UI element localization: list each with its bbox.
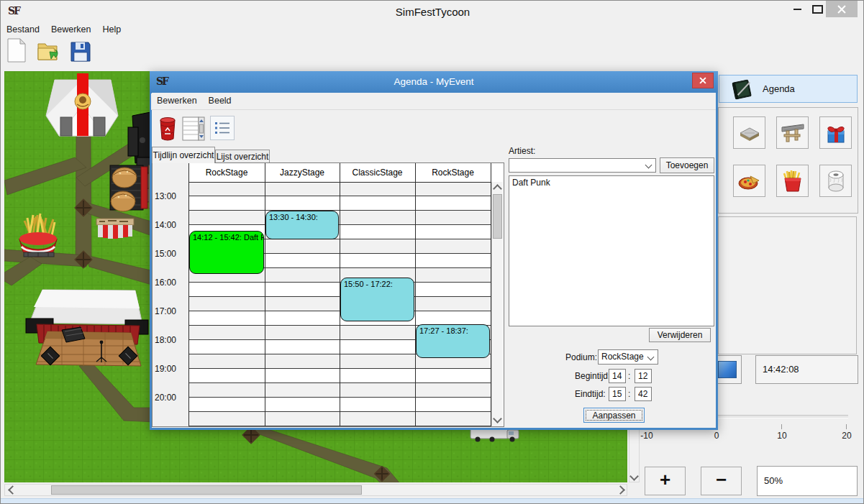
schedule-scroll-thumb[interactable] [493,194,502,239]
tent[interactable] [46,78,118,136]
podium-combobox-value: RockStage [601,352,644,362]
grid-line [188,163,189,426]
new-file-button[interactable] [4,37,29,64]
chevron-up-icon [493,184,502,193]
time-colon: : [628,389,630,399]
item-button-fries[interactable] [776,165,809,197]
stage-column-header: RockStage [188,163,265,182]
agenda-button[interactable]: Agenda [719,75,858,103]
speed-slider-track[interactable] [714,415,848,418]
main-toolbar [1,37,864,68]
item-button-toilet-paper[interactable] [819,165,852,197]
podium-label: Podium: [565,352,597,362]
save-floppy-icon [70,41,91,63]
main-menubar: BestandBewerkenHelp [1,22,864,37]
artist-list-item[interactable]: Daft Punk [509,176,714,189]
open-file-button[interactable] [35,37,61,65]
map-scroll-down-button[interactable] [629,472,639,482]
dialog-menu-item-beeld[interactable]: Beeld [203,93,237,107]
artist-listbox[interactable]: Daft Punk [509,175,714,326]
zoom-level-field[interactable]: 50% [757,466,858,496]
close-button[interactable] [826,1,858,17]
menu-item-help[interactable]: Help [96,22,127,36]
trash-icon [158,116,177,141]
schedule-event[interactable]: 14:12 - 15:42: Daft Punk [189,231,264,274]
chevron-down-icon [647,354,655,361]
map-hscroll-thumb[interactable] [51,485,362,495]
agenda-book-icon [729,78,754,100]
map-scroll-left-button[interactable] [5,485,17,495]
open-folder-icon [37,40,60,63]
game-clock: 14:42:08 [755,355,858,384]
toilet-paper-icon [825,170,847,193]
dialog-menu-item-bewerken[interactable]: Bewerken [151,93,203,107]
header-line [188,182,491,183]
schedule-event[interactable]: 13:30 - 14:30: [265,211,339,239]
dialog-toolbar [151,110,716,146]
window-title: SimFestTycoon [1,6,864,18]
time-label: 14:00 [155,220,187,230]
dialog-close-button[interactable] [692,73,714,88]
stage-column-header: ClassicStage [340,163,415,182]
chevron-down-icon [629,472,639,481]
item-button-pavement[interactable] [733,116,765,149]
dialog-menubar: BewerkenBeeld [151,93,716,110]
podium-combobox[interactable]: RockStage [598,349,658,365]
time-gutter [153,163,188,426]
maximize-icon [812,5,823,14]
time-label: 18:00 [155,335,187,345]
remove-button[interactable]: Verwijderen [649,328,711,342]
chevron-right-icon [616,485,625,495]
schedule-scrollbar[interactable] [491,182,503,426]
save-file-button[interactable] [68,38,94,65]
chevron-down-icon [493,414,502,423]
menu-item-bewerken[interactable]: Bewerken [45,22,97,36]
striped-stand[interactable] [96,219,134,239]
time-label: 16:00 [155,278,187,288]
pizza-icon [737,170,762,192]
apply-button[interactable]: Aanpassen [583,408,645,423]
end-hour-field[interactable] [609,387,626,401]
item-button-stage-structure[interactable] [776,116,809,149]
bullet-list-icon [214,120,231,136]
list-overview-button[interactable] [210,116,235,140]
map-scroll-right-button[interactable] [616,485,627,495]
zoom-out-button[interactable]: − [701,467,742,495]
time-label: 17:00 [155,306,187,316]
timeline-view-button[interactable] [181,114,206,143]
item-button-pizza[interactable] [733,165,765,197]
item-button-gift[interactable] [819,116,852,149]
schedule-event[interactable]: 17:27 - 18:37: [416,324,490,358]
map-horizontal-scrollbar[interactable] [4,484,627,496]
zoom-in-button[interactable]: + [645,467,686,495]
dialog-titlebar[interactable]: SF Agenda - MyEvent [150,71,718,93]
time-label: 19:00 [155,364,187,374]
add-artist-button[interactable]: Toevoegen [660,157,714,173]
time-label: 20:00 [155,393,187,403]
slider-label: -10 [640,431,652,441]
begin-hour-field[interactable] [609,369,626,383]
time-colon: : [628,371,630,381]
schedule-event[interactable]: 15:50 - 17:22: [340,278,414,321]
schedule-scroll-down-button[interactable] [492,414,503,425]
minimize-button[interactable] [787,1,807,18]
delete-event-button[interactable] [158,116,178,142]
slider-label: 10 [777,431,786,441]
pavement-tile-icon [737,122,762,144]
artist-combobox[interactable] [509,158,656,173]
maximize-button[interactable] [807,1,827,18]
end-minute-field[interactable] [635,387,652,401]
begin-minute-field[interactable] [635,369,652,383]
time-label: 13:00 [155,191,187,201]
grid-line [265,163,265,426]
tab-tijdlijn-overzicht[interactable]: Tijdlijn overzicht [152,147,215,163]
schedule-scroll-up-button[interactable] [492,182,503,193]
end-time-label: Eindtijd: [575,389,606,399]
minimize-icon [793,9,801,10]
chevron-left-icon [8,485,17,495]
menu-item-bestand[interactable]: Bestand [1,22,45,36]
tab-lijst-overzicht[interactable]: Lijst overzicht [215,150,270,163]
begin-time-label: Begintijd: [575,371,610,381]
main-stage[interactable] [26,290,148,366]
artist-label: Artiest: [509,146,535,156]
